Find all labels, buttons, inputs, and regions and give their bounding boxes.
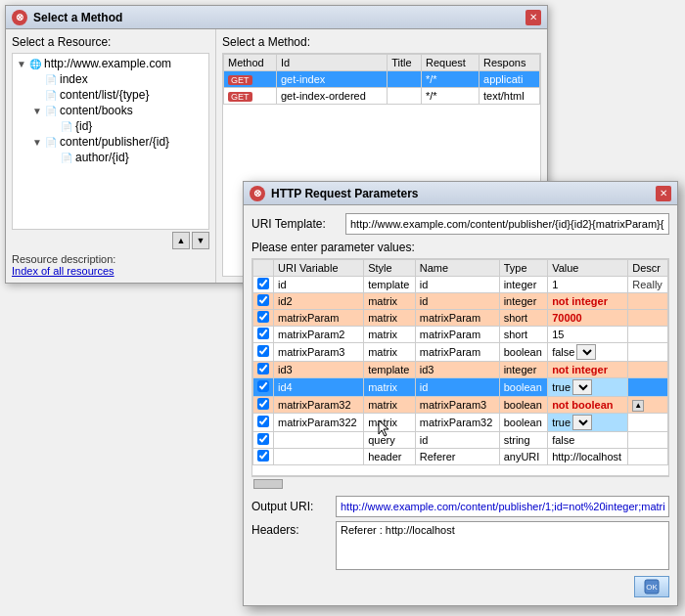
svg-text:OK: OK bbox=[646, 583, 658, 592]
nav-down-button[interactable]: ▼ bbox=[192, 232, 209, 249]
param-name-id: id bbox=[415, 277, 499, 293]
param-value-id4[interactable]: true ▼ bbox=[548, 378, 628, 397]
param-style-matrixparam322: matrix bbox=[364, 414, 416, 432]
tree-item-content-books[interactable]: ▼ 📄 content/books bbox=[30, 103, 206, 118]
param-value-id: 1 bbox=[548, 277, 628, 293]
main-dialog-close-button[interactable]: ✕ bbox=[525, 10, 541, 25]
cell-method: GET bbox=[224, 88, 277, 105]
param-style-matrixparam2: matrix bbox=[364, 327, 416, 343]
param-variable-matrixparam: matrixParam bbox=[274, 310, 364, 327]
resource-desc-text[interactable]: Index of all resources bbox=[12, 265, 209, 277]
param-name-query-id: id bbox=[415, 432, 499, 449]
resource-icon-content-list: 📄 bbox=[44, 88, 58, 102]
params-table-container[interactable]: URI Variable Style Name Type Value Descr… bbox=[251, 258, 669, 476]
cell-title bbox=[388, 71, 422, 88]
output-uri-row: Output URI: bbox=[251, 496, 669, 517]
table-row[interactable]: GET get-index-ordered */* text/html bbox=[224, 88, 540, 105]
param-row-id3[interactable]: id3 template id3 integer not integer bbox=[253, 362, 668, 378]
tree-item-id[interactable]: 📄 {id} bbox=[46, 118, 206, 134]
method-table-header: Method Id Title Request Respons bbox=[224, 55, 540, 71]
uri-template-input[interactable] bbox=[345, 213, 669, 235]
param-style-header-referer: header bbox=[364, 449, 416, 465]
http-dialog-title: HTTP Request Parameters bbox=[271, 187, 650, 200]
col-desc: Descr bbox=[628, 260, 668, 277]
tree-item-content-list[interactable]: 📄 content/list/{type} bbox=[30, 87, 206, 103]
tree-item-index-label: index bbox=[60, 72, 88, 86]
param-value-matrixparam2: 15 bbox=[548, 327, 628, 343]
ok-button[interactable]: OK bbox=[634, 576, 669, 597]
resource-icon-index: 📄 bbox=[44, 72, 58, 86]
main-dialog-icon: ⊗ bbox=[12, 10, 27, 25]
param-row-matrixparam3[interactable]: matrixParam3 matrix matrixParam boolean … bbox=[253, 343, 668, 362]
param-name-id4: id bbox=[415, 378, 499, 397]
param-checkbox-id[interactable] bbox=[257, 278, 269, 289]
param-value-matrixparam322[interactable]: true ▼ bbox=[548, 414, 628, 432]
param-variable-matrixparam2: matrixParam2 bbox=[274, 327, 364, 343]
dropdown-matrixparam322[interactable]: ▼ bbox=[572, 415, 592, 430]
tree-item-root[interactable]: ▼ 🌐 http://www.example.com bbox=[15, 56, 206, 71]
dropdown-matrixparam3[interactable]: ▼ bbox=[576, 344, 596, 360]
resource-tree[interactable]: ▼ 🌐 http://www.example.com 📄 index 📄 con… bbox=[12, 53, 209, 230]
scroll-thumb[interactable] bbox=[253, 479, 283, 489]
resource-panel: Select a Resource: ▼ 🌐 http://www.exampl… bbox=[6, 29, 216, 283]
tree-item-content-publisher-label: content/publisher/{id} bbox=[60, 135, 169, 149]
cell-title-2 bbox=[388, 88, 422, 105]
resource-description-section: Resource description: Index of all resou… bbox=[12, 253, 209, 277]
output-section: Output URI: Headers: Referer : http://lo… bbox=[251, 496, 669, 570]
param-type-id3: integer bbox=[499, 362, 547, 378]
output-uri-input[interactable] bbox=[336, 496, 669, 517]
param-type-id: integer bbox=[499, 277, 547, 293]
param-desc-id2 bbox=[628, 293, 668, 310]
param-value-id3: not integer bbox=[548, 362, 628, 378]
param-checkbox-id4[interactable] bbox=[257, 380, 269, 392]
resource-icon-id: 📄 bbox=[60, 119, 73, 133]
dropdown-id4[interactable]: ▼ bbox=[572, 379, 592, 395]
param-value-id2: not integer bbox=[548, 293, 628, 310]
param-row-matrixparam2[interactable]: matrixParam2 matrix matrixParam short 15 bbox=[253, 327, 668, 343]
col-name: Name bbox=[415, 260, 499, 277]
nav-up-button[interactable]: ▲ bbox=[172, 232, 190, 249]
tree-item-author-id[interactable]: 📄 author/{id} bbox=[46, 150, 206, 165]
tree-item-index[interactable]: 📄 index bbox=[30, 71, 206, 87]
param-value-header-referer: http://localhost bbox=[548, 449, 628, 465]
headers-area: Headers: Referer : http://localhost bbox=[251, 521, 669, 570]
params-table: URI Variable Style Name Type Value Descr… bbox=[252, 259, 668, 465]
col-variable: URI Variable bbox=[274, 260, 364, 277]
cell-request: */* bbox=[421, 71, 479, 88]
param-checkbox-id2[interactable] bbox=[257, 294, 269, 306]
param-row-matrixparam322[interactable]: matrixParam322 matrix matrixParam32 bool… bbox=[253, 414, 668, 432]
param-row-id4[interactable]: id4 matrix id boolean true ▼ bbox=[253, 378, 668, 397]
param-checkbox-matrixparam32[interactable] bbox=[257, 398, 269, 410]
http-params-dialog: ⊗ HTTP Request Parameters ✕ URI Template… bbox=[243, 181, 678, 606]
method-table: Method Id Title Request Respons GET bbox=[223, 54, 540, 105]
col-id: Id bbox=[277, 55, 388, 71]
param-checkbox-matrixparam[interactable] bbox=[257, 311, 269, 323]
param-row-matrixparam32[interactable]: matrixParam32 matrix matrixParam3 boolea… bbox=[253, 397, 668, 414]
param-value-matrixparam3[interactable]: false ▼ bbox=[548, 343, 628, 362]
param-row-id[interactable]: id template id integer 1 Really bbox=[253, 277, 668, 293]
http-dialog-close-button[interactable]: ✕ bbox=[656, 186, 671, 201]
param-checkbox-matrixparam3[interactable] bbox=[257, 345, 269, 357]
col-type: Type bbox=[499, 260, 547, 277]
horizontal-scrollbar[interactable] bbox=[251, 476, 669, 490]
col-request: Request bbox=[421, 55, 479, 71]
param-desc-header-referer bbox=[628, 449, 668, 465]
param-name-matrixparam32: matrixParam3 bbox=[415, 397, 499, 414]
table-row[interactable]: GET get-index */* applicati bbox=[224, 71, 540, 88]
param-checkbox-query-id[interactable] bbox=[257, 433, 269, 445]
param-checkbox-matrixparam322[interactable] bbox=[257, 416, 269, 427]
param-value-matrixparam: 70000 bbox=[548, 310, 628, 327]
param-type-matrixparam2: short bbox=[499, 327, 547, 343]
param-name-matrixparam3: matrixParam bbox=[415, 343, 499, 362]
param-row-id2[interactable]: id2 matrix id integer not integer bbox=[253, 293, 668, 310]
param-checkbox-header-referer[interactable] bbox=[257, 450, 269, 462]
scroll-up-btn[interactable]: ▲ bbox=[632, 400, 644, 412]
param-row-header-referer[interactable]: header Referer anyURI http://localhost bbox=[253, 449, 668, 465]
param-checkbox-matrixparam2[interactable] bbox=[257, 328, 269, 339]
param-name-matrixparam2: matrixParam bbox=[415, 327, 499, 343]
param-name-id2: id bbox=[415, 293, 499, 310]
tree-item-content-publisher[interactable]: ▼ 📄 content/publisher/{id} bbox=[30, 134, 206, 150]
param-checkbox-id3[interactable] bbox=[257, 363, 269, 374]
param-row-matrixparam[interactable]: matrixParam matrix matrixParam short 700… bbox=[253, 310, 668, 327]
param-row-query-id[interactable]: query id string false bbox=[253, 432, 668, 449]
